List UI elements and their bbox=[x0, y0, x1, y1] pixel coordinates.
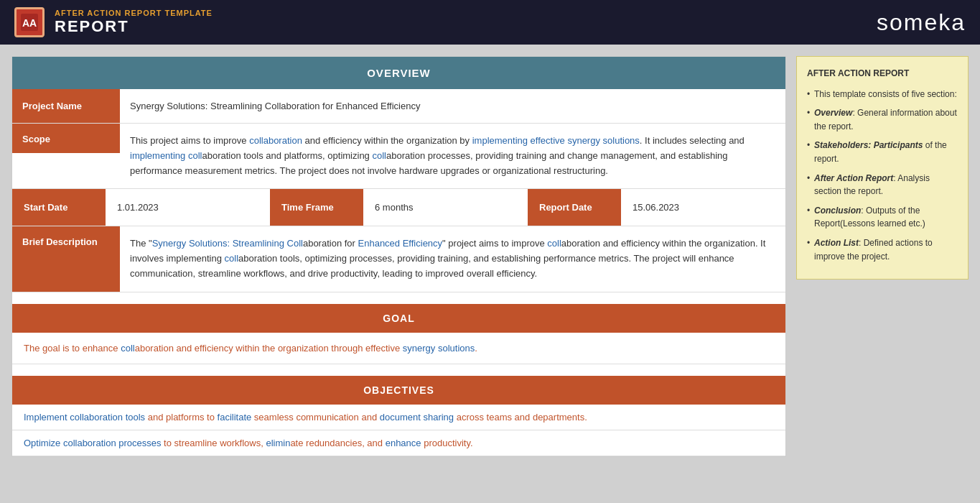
sidebar-item-text-2: Stakeholders: Participants of the report… bbox=[814, 140, 947, 164]
brand-logo: someka bbox=[877, 9, 966, 36]
svg-text:AA: AA bbox=[22, 17, 37, 29]
objective-2: Optimize collaboration processes to stre… bbox=[12, 430, 785, 456]
dates-row: Start Date 1.01.2023 Time Frame 6 months… bbox=[12, 189, 785, 226]
overview-header: OVERVIEW bbox=[12, 57, 785, 89]
brief-desc-row: Brief Description The "Synergy Solutions… bbox=[12, 226, 785, 292]
start-date-label: Start Date bbox=[12, 189, 106, 226]
sidebar-item-3: After Action Report: Analysis section th… bbox=[807, 172, 958, 198]
objective-1: Implement collaboration tools and platfo… bbox=[12, 405, 785, 430]
report-date-label: Report Date bbox=[528, 189, 621, 226]
sidebar-item-text-3: After Action Report: Analysis section th… bbox=[814, 173, 930, 197]
scope-value: This project aims to improve collaborati… bbox=[120, 124, 785, 188]
sidebar-item-text-0: This template consists of five section: bbox=[814, 89, 957, 99]
header-titles: AFTER ACTION REPORT TEMPLATE REPORT bbox=[55, 9, 213, 36]
header-left: AA AFTER ACTION REPORT TEMPLATE REPORT bbox=[14, 7, 213, 37]
sidebar-item-5: Action List: Defined actions to improve … bbox=[807, 236, 958, 263]
time-frame-label: Time Frame bbox=[270, 189, 363, 226]
start-date-cell: Start Date 1.01.2023 bbox=[12, 189, 270, 226]
header-subtitle: AFTER ACTION REPORT TEMPLATE bbox=[55, 9, 213, 17]
brief-desc-label: Brief Description bbox=[12, 226, 120, 291]
app-logo: AA bbox=[14, 7, 45, 37]
objectives-header: OBJECTIVES bbox=[12, 376, 785, 405]
sidebar-item-text-5: Action List: Defined actions to improve … bbox=[814, 238, 933, 262]
goal-text: The goal is to enhance collaboration and… bbox=[12, 333, 785, 364]
scope-row: Scope This project aims to improve colla… bbox=[12, 124, 785, 189]
project-name-row: Project Name Synergy Solutions: Streamli… bbox=[12, 89, 785, 124]
scope-label: Scope bbox=[12, 124, 120, 153]
sidebar-item-4: Conclusion: Outputs of the Report(Lesson… bbox=[807, 204, 958, 231]
content-area: OVERVIEW Project Name Synergy Solutions:… bbox=[11, 56, 786, 457]
spacer-1 bbox=[12, 292, 785, 304]
project-name-value: Synergy Solutions: Streamlining Collabor… bbox=[120, 89, 785, 123]
spacer-2 bbox=[12, 364, 785, 376]
app-header: AA AFTER ACTION REPORT TEMPLATE REPORT s… bbox=[0, 0, 980, 45]
sidebar-item-text-1: Overview: General information about the … bbox=[814, 108, 957, 131]
sidebar-item-text-4: Conclusion: Outputs of the Report(Lesson… bbox=[814, 206, 925, 229]
main-layout: OVERVIEW Project Name Synergy Solutions:… bbox=[0, 45, 980, 469]
time-frame-value: 6 months bbox=[363, 189, 528, 226]
sidebar-item-0: This template consists of five section: bbox=[807, 88, 958, 101]
report-date-cell: Report Date 15.06.2023 bbox=[528, 189, 785, 226]
start-date-value: 1.01.2023 bbox=[106, 189, 270, 226]
brief-desc-value: The "Synergy Solutions: Streamlining Col… bbox=[120, 226, 785, 291]
sidebar-item-1: Overview: General information about the … bbox=[807, 106, 958, 133]
header-title: REPORT bbox=[55, 17, 213, 36]
time-frame-cell: Time Frame 6 months bbox=[270, 189, 528, 226]
sidebar-item-2: Stakeholders: Participants of the report… bbox=[807, 139, 958, 165]
report-date-value: 15.06.2023 bbox=[621, 189, 785, 226]
project-name-label: Project Name bbox=[12, 89, 120, 123]
sidebar-title: AFTER ACTION REPORT bbox=[807, 67, 958, 80]
goal-header: GOAL bbox=[12, 304, 785, 333]
sidebar-list: This template consists of five section: … bbox=[807, 88, 958, 264]
sidebar: AFTER ACTION REPORT This template consis… bbox=[796, 56, 969, 280]
